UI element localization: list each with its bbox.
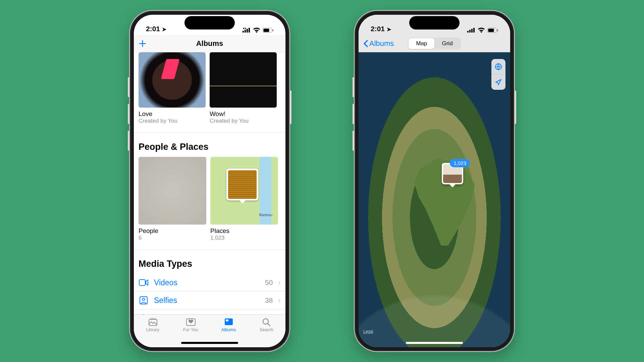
people-album[interactable]: People 6 [139, 157, 206, 241]
chevron-right-icon: › [278, 296, 281, 305]
albums-icon [224, 317, 234, 326]
battery-icon [263, 28, 273, 33]
status-time: 2:01 [146, 25, 160, 33]
svg-rect-1 [245, 30, 246, 33]
places-album[interactable]: Ramna Places 1,023 [210, 157, 278, 241]
svg-rect-7 [264, 28, 269, 32]
svg-rect-4 [243, 28, 244, 29]
album-love[interactable]: Love Created by You [139, 52, 206, 124]
svg-rect-19 [225, 318, 233, 325]
media-type-live-photos[interactable]: Live Photos 17 › [134, 309, 285, 314]
albums-content[interactable]: Love Created by You Wow! Created by You … [134, 52, 285, 314]
home-indicator[interactable] [406, 342, 463, 344]
cellular-icon [243, 28, 251, 33]
divider [134, 132, 285, 133]
svg-rect-27 [488, 28, 494, 32]
locate-me-button[interactable] [491, 74, 505, 90]
view-toggle: Map Grid [408, 38, 461, 50]
media-type-label: Videos [154, 278, 260, 287]
tab-label: Albums [221, 327, 236, 332]
segment-grid[interactable]: Grid [434, 38, 460, 49]
svg-rect-2 [247, 29, 248, 33]
status-icons [243, 27, 273, 33]
phone-frame-right: 2:01 ➤ Albums Map Grid [354, 10, 515, 352]
map-controls [491, 59, 505, 90]
dynamic-island [409, 16, 460, 29]
media-type-count: 50 [265, 279, 273, 287]
svg-rect-25 [473, 28, 475, 33]
screen-left: 2:01 ➤ Albums Love Created b [134, 15, 285, 347]
chevron-left-icon [363, 40, 368, 47]
map-view[interactable]: 1,023 Legal [359, 52, 510, 347]
svg-rect-22 [467, 31, 469, 33]
selfie-icon [139, 296, 149, 304]
places-thumb: Ramna [210, 157, 278, 225]
phone-frame-left: 2:01 ➤ Albums Love Created b [129, 10, 290, 352]
svg-rect-17 [150, 318, 156, 319]
media-type-count: 38 [265, 296, 273, 304]
svg-rect-3 [249, 28, 250, 33]
svg-rect-20 [226, 319, 228, 321]
location-arrow-icon: ➤ [387, 26, 391, 33]
tab-label: Library [146, 327, 160, 332]
segment-map[interactable]: Map [409, 38, 434, 49]
album-subtitle: Created by You [210, 118, 277, 124]
svg-rect-0 [243, 31, 244, 33]
battery-icon [487, 28, 498, 33]
navbar-places: Albums Map Grid [359, 35, 510, 52]
media-type-label: Selfies [154, 296, 260, 305]
album-thumb [210, 52, 277, 108]
media-type-videos[interactable]: Videos 50 › [134, 274, 285, 292]
media-type-selfies[interactable]: Selfies 38 › [134, 292, 285, 309]
video-icon [139, 279, 149, 286]
screen-right: 2:01 ➤ Albums Map Grid [359, 15, 510, 347]
tab-bar: Library For You Albums Search [134, 314, 285, 347]
for-you-icon [186, 317, 196, 326]
cluster-count-badge: 1,023 [450, 159, 470, 167]
dynamic-island [184, 16, 235, 29]
album-thumb [139, 52, 206, 108]
wifi-icon [478, 27, 485, 33]
divider [134, 249, 285, 250]
plus-icon [139, 40, 147, 48]
svg-rect-28 [497, 29, 498, 31]
svg-rect-5 [245, 28, 246, 29]
globe-icon [495, 63, 502, 70]
album-title: Wow! [210, 110, 277, 118]
places-title: Places [210, 227, 278, 235]
svg-rect-8 [272, 29, 273, 31]
map-style-button[interactable] [491, 59, 505, 74]
status-time: 2:01 [371, 25, 385, 33]
photo-cluster-pin[interactable]: 1,023 [442, 163, 463, 184]
navbar-albums: Albums [134, 35, 285, 52]
places-count: 1,023 [210, 235, 278, 241]
section-media-types: Media Types [139, 259, 281, 269]
album-wow[interactable]: Wow! Created by You [210, 52, 277, 124]
svg-rect-9 [139, 280, 145, 286]
location-arrow-icon: ➤ [162, 26, 166, 33]
add-album-button[interactable] [134, 35, 151, 52]
map-legal-link[interactable]: Legal [363, 329, 373, 334]
people-count: 6 [139, 235, 206, 241]
back-label: Albums [369, 39, 394, 48]
search-icon [262, 317, 272, 326]
tab-search[interactable]: Search [253, 317, 280, 347]
status-icons [467, 27, 498, 33]
cellular-icon [467, 28, 475, 33]
my-albums-row[interactable]: Love Created by You Wow! Created by You … [139, 52, 281, 124]
navbar-title: Albums [196, 39, 223, 48]
chevron-right-icon: › [278, 278, 281, 287]
map-place-label: Ramna [259, 213, 272, 217]
svg-point-11 [143, 298, 145, 301]
album-title: Love [139, 110, 206, 118]
section-people-places: People & Places [139, 142, 281, 152]
tab-label: For You [183, 327, 198, 332]
back-button[interactable]: Albums [359, 35, 398, 52]
home-indicator[interactable] [181, 342, 238, 344]
tab-library[interactable]: Library [140, 317, 166, 347]
tab-label: Search [260, 327, 273, 332]
svg-rect-24 [471, 29, 473, 33]
library-icon [148, 317, 158, 326]
album-subtitle: Created by You [139, 118, 206, 124]
svg-rect-23 [469, 30, 471, 33]
